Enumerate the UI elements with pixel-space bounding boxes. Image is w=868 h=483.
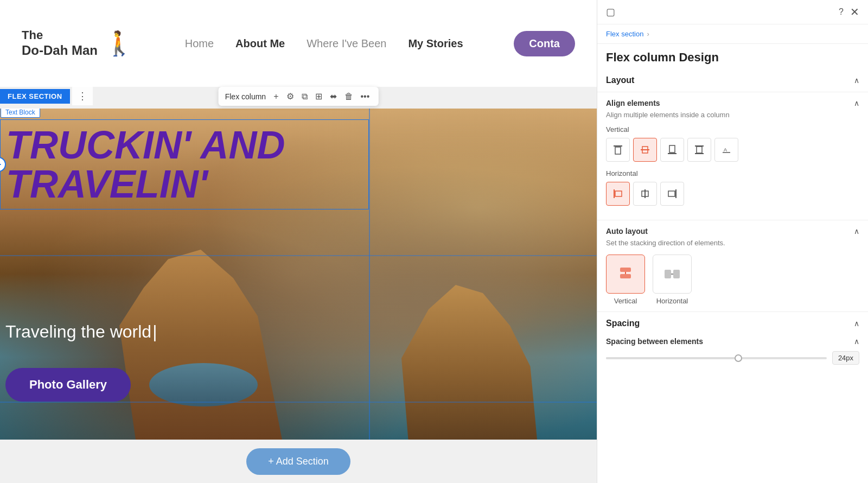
- logo-area: The Do-Dah Man 🚶: [22, 28, 134, 58]
- spacing-between-header: Spacing between elements ∧: [606, 337, 859, 346]
- svg-rect-11: [614, 189, 615, 198]
- align-elements-title: Align elements: [606, 99, 660, 107]
- contact-button[interactable]: Conta: [514, 31, 575, 56]
- spacing-between-title: Spacing between elements: [606, 337, 703, 346]
- panel-header: ▢ ? ✕: [597, 0, 868, 24]
- column-divider: [369, 109, 370, 440]
- svg-rect-5: [669, 145, 675, 152]
- more-icon[interactable]: •••: [359, 91, 372, 103]
- spacing-section: Spacing ∧ Spacing between elements ∧ 24p…: [597, 312, 868, 371]
- auto-layout-header: Auto layout ∧: [606, 227, 859, 236]
- align-stretch-button[interactable]: [687, 138, 711, 162]
- vertical-align-label: Vertical: [606, 125, 859, 134]
- spacing-section-header[interactable]: Spacing ∧: [606, 319, 859, 333]
- svg-rect-21: [673, 270, 680, 278]
- align-left-button[interactable]: [606, 182, 630, 206]
- svg-rect-15: [675, 189, 676, 198]
- hero-section: Text Block TRUCKIN' AND TRAVELIN' + Trav…: [0, 109, 597, 440]
- align-baseline-button[interactable]: A: [714, 138, 738, 162]
- grid-line-mid: [0, 402, 597, 403]
- align-center-horizontal-button[interactable]: [633, 182, 657, 206]
- auto-layout-desc: Set the stacking direction of elements.: [606, 239, 859, 247]
- layout-chevron-icon: ∧: [854, 76, 859, 85]
- grid-line-top: [0, 255, 597, 256]
- svg-rect-0: [614, 145, 622, 147]
- nav-about[interactable]: About Me: [235, 37, 285, 50]
- grid-icon[interactable]: ⊞: [313, 90, 324, 103]
- vertical-layout-box: [606, 255, 645, 294]
- layout-section-title: Layout: [606, 75, 634, 85]
- svg-rect-8: [697, 147, 702, 153]
- align-elements-desc: Align multiple elements inside a column: [606, 111, 859, 119]
- logo-line1: The: [22, 28, 43, 42]
- spacing-between-chevron: ∧: [854, 337, 859, 346]
- logo-text: The Do-Dah Man: [22, 28, 98, 58]
- svg-rect-4: [668, 153, 676, 154]
- auto-layout-section: Auto layout ∧ Set the stacking direction…: [597, 220, 868, 312]
- add-element-icon[interactable]: +: [271, 91, 280, 103]
- text-block-container: Text Block TRUCKIN' AND TRAVELIN' +: [0, 119, 369, 209]
- spacing-chevron-icon: ∧: [854, 319, 859, 328]
- nav-home[interactable]: Home: [185, 37, 214, 50]
- align-top-button[interactable]: [606, 138, 630, 162]
- site-header: The Do-Dah Man 🚶 Home About Me Where I'v…: [0, 0, 597, 87]
- align-right-button[interactable]: [660, 182, 684, 206]
- panel-header-left: ▢: [606, 6, 615, 18]
- breadcrumb-flex-section[interactable]: Flex section: [606, 30, 643, 38]
- svg-rect-20: [665, 270, 671, 278]
- horizontal-layout-box: [653, 255, 692, 294]
- breadcrumb: Flex section ›: [597, 24, 868, 44]
- align-elements-chevron: ∧: [854, 99, 859, 107]
- vertical-align-buttons: A: [606, 138, 859, 162]
- vertical-layout-card[interactable]: Vertical: [606, 255, 645, 305]
- flex-section-label: FLEX SECTION: [0, 89, 70, 104]
- align-bottom-button[interactable]: [660, 138, 684, 162]
- right-panel: ▢ ? ✕ Flex section › Flex column Design …: [597, 0, 868, 483]
- align-center-vertical-button[interactable]: [633, 138, 657, 162]
- settings-icon[interactable]: ⚙: [284, 90, 296, 103]
- close-icon[interactable]: ✕: [850, 5, 859, 18]
- vertical-layout-label: Vertical: [614, 297, 637, 305]
- spacing-between-row: 24px: [606, 351, 859, 365]
- svg-rect-12: [615, 191, 622, 196]
- add-section-bar: + Add Section: [0, 440, 597, 483]
- auto-layout-chevron: ∧: [854, 227, 859, 236]
- panel-title: Flex column Design: [597, 44, 868, 69]
- align-elements-section: Align elements ∧ Align multiple elements…: [597, 92, 868, 220]
- horizontal-layout-card[interactable]: Horizontal: [653, 255, 692, 305]
- panel-header-right: ? ✕: [839, 5, 859, 18]
- logo-icon: 🚶: [104, 29, 134, 58]
- auto-layout-title: Auto layout: [606, 227, 648, 236]
- help-icon[interactable]: ?: [839, 7, 844, 17]
- delete-icon[interactable]: 🗑: [342, 91, 355, 103]
- layout-section-header[interactable]: Layout ∧: [597, 69, 868, 92]
- spacing-between-section: Spacing between elements ∧ 24px: [606, 337, 859, 365]
- duplicate-icon[interactable]: ⧉: [299, 91, 310, 103]
- svg-text:A: A: [724, 147, 727, 152]
- river: [149, 363, 258, 406]
- nav-links: Home About Me Where I've Been My Stories: [185, 37, 463, 50]
- logo-line2: Do-Dah Man: [22, 43, 98, 58]
- align-icon[interactable]: ⬌: [328, 90, 339, 103]
- photo-gallery-button[interactable]: Photo Gallery: [5, 368, 131, 402]
- nav-been[interactable]: Where I've Been: [307, 37, 386, 50]
- breadcrumb-separator: ›: [647, 30, 649, 38]
- svg-rect-16: [668, 191, 675, 196]
- spacing-slider-thumb[interactable]: [735, 354, 742, 362]
- spacing-value[interactable]: 24px: [832, 351, 859, 365]
- monitor-icon: ▢: [606, 6, 615, 18]
- nav-stories[interactable]: My Stories: [408, 37, 463, 50]
- svg-rect-17: [620, 268, 631, 272]
- column-toolbar: Flex column + ⚙ ⧉ ⊞ ⬌ 🗑 •••: [219, 87, 379, 106]
- flex-section-dots[interactable]: ⋮: [72, 87, 93, 105]
- align-elements-header: Align elements ∧: [606, 99, 859, 107]
- hero-subtitle[interactable]: Traveling the world: [5, 322, 157, 342]
- add-section-button[interactable]: + Add Section: [246, 448, 350, 475]
- spacing-slider-fill: [606, 357, 738, 359]
- horizontal-align-label: Horizontal: [606, 169, 859, 177]
- text-block-label: Text Block: [1, 109, 40, 118]
- spacing-slider[interactable]: [606, 357, 827, 359]
- horizontal-align-buttons: [606, 182, 859, 206]
- hero-title[interactable]: TRUCKIN' AND TRAVELIN': [1, 120, 368, 209]
- horizontal-layout-label: Horizontal: [656, 297, 688, 305]
